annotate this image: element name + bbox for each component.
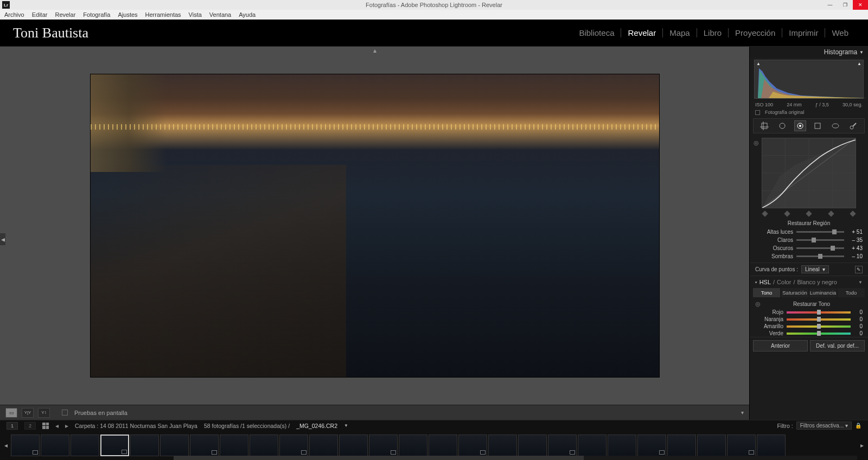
crop-tool[interactable] — [758, 120, 770, 131]
thumbnail[interactable] — [757, 435, 786, 456]
menu-editar[interactable]: Editar — [32, 11, 48, 18]
grid-view-icon[interactable] — [42, 423, 49, 429]
restore-tone-label[interactable]: Restaurar Tono — [761, 301, 863, 307]
chevron-down-icon: ▼ — [858, 280, 863, 285]
thumbnail[interactable] — [697, 435, 726, 456]
menu-ajustes[interactable]: Ajustes — [118, 11, 137, 18]
close-button[interactable]: ✕ — [853, 0, 868, 10]
tone-slider-altas-luces[interactable]: Altas luces+ 51 — [750, 228, 868, 236]
window-tab-2[interactable]: 2 — [24, 422, 36, 430]
hsl-tab-tono[interactable]: Tono — [753, 288, 780, 297]
module-imprimir[interactable]: Imprimir — [782, 28, 825, 37]
point-curve-select[interactable]: Lineal ▾ — [801, 265, 829, 273]
thumbnail[interactable] — [250, 435, 278, 456]
maximize-button[interactable]: ❐ — [838, 0, 853, 10]
module-mapa[interactable]: Mapa — [663, 28, 697, 37]
thumbnail[interactable] — [71, 435, 99, 456]
minimize-button[interactable]: — — [822, 0, 838, 10]
thumbnail[interactable] — [399, 435, 427, 456]
toolbar-collapse-icon[interactable]: ▾ — [741, 410, 744, 416]
soft-proof-label: Pruebas en pantalla — [74, 410, 127, 416]
module-revelar[interactable]: Revelar — [621, 28, 663, 37]
thumbnail[interactable] — [369, 435, 398, 456]
hsl-panel-header[interactable]: ■ HSL /Color /Blanco y negro ▼ — [750, 276, 868, 287]
panel-toggle-icon[interactable]: ■ — [755, 280, 757, 284]
redeye-tool[interactable] — [794, 120, 806, 131]
target-adjust-icon[interactable]: ◎ — [755, 301, 761, 308]
thumbnail[interactable] — [578, 435, 607, 456]
thumbnail[interactable] — [309, 435, 338, 456]
thumbnail[interactable] — [608, 435, 636, 456]
before-after-switch-button[interactable]: Y↕ — [38, 408, 50, 418]
thumbnail[interactable] — [339, 435, 368, 456]
next-photo-icon[interactable]: ▸ — [65, 422, 68, 430]
histogram-header[interactable]: Histograma▼ — [750, 47, 868, 58]
thumbnail[interactable] — [100, 435, 129, 456]
thumbnail[interactable] — [518, 435, 547, 456]
previous-button[interactable]: Anterior — [753, 340, 808, 352]
photo-preview[interactable] — [90, 74, 660, 378]
tone-slider-oscuros[interactable]: Oscuros+ 43 — [750, 244, 868, 252]
thumbnail[interactable] — [41, 435, 69, 456]
hsl-tab-luminancia[interactable]: Luminancia — [809, 288, 837, 297]
thumbnail[interactable] — [727, 435, 756, 456]
thumbnail[interactable] — [637, 435, 666, 456]
menu-fotografía[interactable]: Fotografía — [83, 11, 110, 18]
filter-lock-icon[interactable]: 🔒 — [855, 423, 861, 429]
module-biblioteca[interactable]: Biblioteca — [572, 28, 621, 37]
filmstrip-left-icon[interactable]: ◂ — [3, 442, 9, 449]
identity-plate: Toni Bautista — [13, 25, 88, 41]
before-after-y-button[interactable]: Y|Y — [22, 408, 34, 418]
hsl-tab-saturación[interactable]: Saturación — [781, 288, 808, 297]
filmstrip-scrollbar[interactable] — [174, 456, 857, 460]
menu-revelar[interactable]: Revelar — [55, 11, 75, 18]
gradient-tool[interactable] — [812, 120, 824, 131]
prev-photo-icon[interactable]: ◂ — [55, 422, 59, 430]
tone-curve[interactable]: ◎ — [762, 138, 856, 208]
hsl-tab-todo[interactable]: Todo — [838, 288, 865, 297]
menu-archivo[interactable]: Archivo — [4, 11, 24, 18]
thumbnail[interactable] — [190, 435, 219, 456]
histogram[interactable]: ▲ ▲ — [754, 60, 864, 99]
thumbnail[interactable] — [667, 435, 696, 456]
reset-defaults-button[interactable]: Def. val. por def... — [810, 340, 865, 352]
hsl-slider-rojo[interactable]: Rojo0 — [750, 309, 868, 316]
thumbnail[interactable] — [548, 435, 577, 456]
soft-proof-checkbox[interactable] — [62, 410, 68, 416]
radial-tool[interactable] — [829, 120, 841, 131]
tone-slider-claros[interactable]: Claros– 35 — [750, 236, 868, 244]
curve-region-handles[interactable] — [763, 212, 855, 216]
thumbnail[interactable] — [488, 435, 517, 456]
tone-slider-sombras[interactable]: Sombras– 10 — [750, 252, 868, 260]
menu-vista[interactable]: Vista — [189, 11, 202, 18]
edit-point-curve-icon[interactable]: ✎ — [855, 266, 863, 273]
window-tab-1[interactable]: 1 — [7, 422, 18, 430]
module-proyección[interactable]: Proyección — [729, 28, 782, 37]
brush-tool[interactable] — [847, 120, 859, 131]
menu-ventana[interactable]: Ventana — [209, 11, 231, 18]
menu-ayuda[interactable]: Ayuda — [239, 11, 256, 18]
hsl-slider-naranja[interactable]: Naranja0 — [750, 316, 868, 323]
thumbnail[interactable] — [160, 435, 189, 456]
menu-herramientas[interactable]: Herramientas — [145, 11, 181, 18]
thumbnail[interactable] — [220, 435, 248, 456]
thumbnail[interactable] — [130, 435, 159, 456]
thumbnail[interactable] — [11, 435, 40, 456]
original-photo-row[interactable]: Fotografía original — [750, 109, 868, 117]
filmstrip: ◂ ▸ — [0, 431, 868, 460]
thumbnail[interactable] — [279, 435, 308, 456]
target-adjust-icon[interactable]: ◎ — [754, 139, 759, 146]
hsl-slider-amarillo[interactable]: Amarillo0 — [750, 323, 868, 330]
filter-select[interactable]: Filtros desactiva... ▾ — [796, 421, 852, 430]
loupe-view-button[interactable]: ▭ — [5, 408, 17, 418]
module-libro[interactable]: Libro — [697, 28, 729, 37]
filename-chevron-icon[interactable]: ▼ — [344, 423, 348, 428]
filmstrip-right-icon[interactable]: ▸ — [859, 442, 865, 449]
top-panel-handle[interactable]: ▴ — [373, 47, 376, 54]
hsl-slider-verde[interactable]: Verde0 — [750, 330, 868, 337]
module-web[interactable]: Web — [825, 28, 855, 37]
thumbnail[interactable] — [429, 435, 457, 456]
spot-tool[interactable] — [776, 120, 788, 131]
restore-region-label[interactable]: Restaurar Región — [750, 217, 868, 228]
thumbnail[interactable] — [458, 435, 487, 456]
